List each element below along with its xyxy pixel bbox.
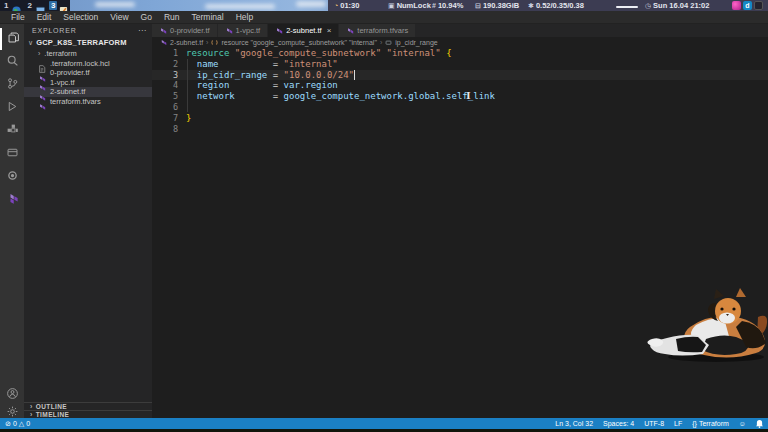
line-number: 5 [152,91,178,102]
code-line-6[interactable]: 6 [152,102,768,113]
code-line-text: network = google_compute_network.global.… [178,91,495,102]
system-tray: d [732,1,763,10]
code-line-8[interactable]: 8 [152,124,768,135]
disk-icon: ⊟ [475,2,481,9]
panel-numlock-value: NumLock [397,1,431,10]
error-count: 0 [13,420,17,427]
feedback-icon[interactable]: ☺ [739,420,746,427]
tab-1-vpc.tf[interactable]: 1-vpc.tf [218,24,269,37]
indent-guide [187,59,188,112]
code-line-7[interactable]: 7} [152,113,768,124]
explorer-item-1-vpc.tf[interactable]: 1-vpc.tf [24,78,152,88]
source-control-icon[interactable] [0,74,24,96]
docker-icon[interactable]: d [743,1,752,10]
code-editor[interactable]: 1resource "google_compute_subnetwork" "i… [152,46,768,134]
menu-bar: FileEditSelectionViewGoRunTerminalHelp [0,11,768,24]
workspace-button-2[interactable]: 2 [23,0,46,11]
code-line-3[interactable]: 3 ip_cidr_range = "10.0.0.0/24" [152,70,768,81]
warning-icon: △ [19,420,24,428]
tab-0-provider.tf[interactable]: 0-provider.tf [152,24,218,37]
breadcrumb[interactable]: 2-subnet.tf›resource "google_compute_sub… [152,37,768,46]
code-line-2[interactable]: 2 name = "internal" [152,59,768,70]
terminal-icon[interactable] [754,1,763,10]
pink-app-icon[interactable] [732,1,741,10]
line-number: 3 [152,70,178,81]
sidebar-section-label: TIMELINE [36,411,70,418]
terraform-icon[interactable] [0,189,24,211]
panel-separator-line [616,6,638,8]
indentation[interactable]: Spaces: 4 [603,420,634,427]
code-line-text: } [178,113,191,124]
extensions-icon[interactable] [0,120,24,142]
chevron-right-icon: › [30,411,33,418]
circle-icon[interactable] [0,166,24,188]
explorer-item-terraform.tfvars[interactable]: terraform.tfvars [24,97,152,107]
file-doc-icon [38,59,46,67]
panel-cpu: # 10.94% [432,0,463,11]
workspace-button-3[interactable]: 3 [47,0,70,11]
menu-item-run[interactable]: Run [159,12,185,22]
search-icon [6,53,19,71]
panel-load-value: 0.52/0.35/0.38 [536,1,584,10]
explorer-item-2-subnet.tf[interactable]: 2-subnet.tf [24,87,152,97]
menu-item-edit[interactable]: Edit [32,12,57,22]
editor-icon [59,1,68,10]
tf-file-icon [159,27,167,35]
more-actions-icon[interactable]: ⋯ [138,29,146,33]
tab-label: 0-provider.tf [170,26,210,35]
explorer-item-label: .terraform [44,49,77,58]
explorer-item-.terraform.lock.hcl[interactable]: .terraform.lock.hcl [24,59,152,69]
notifications-bell-icon[interactable] [756,420,763,428]
menu-item-view[interactable]: View [105,12,133,22]
desktop-panel: 123 ◔ 01:30 ▣ NumLock # 10.94% ⊟ 190.38G… [0,0,768,11]
code-line-4[interactable]: 4 region = var.region [152,80,768,91]
tab-terraform.tfvars[interactable]: terraform.tfvars [339,24,416,37]
explorer-item-0-provider.tf[interactable]: 0-provider.tf [24,68,152,78]
problems-indicator[interactable]: ⊘ 0 △ 0 [5,420,30,428]
menu-item-selection[interactable]: Selection [58,12,103,22]
encoding[interactable]: UTF-8 [644,420,664,427]
search-icon[interactable] [0,51,24,73]
symbol-block-icon [211,39,218,46]
line-number: 6 [152,102,178,113]
line-number: 8 [152,124,178,135]
tab-2-subnet.tf[interactable]: 2-subnet.tf× [268,24,339,37]
menu-item-help[interactable]: Help [231,12,258,22]
files-icon[interactable] [0,28,24,50]
breadcrumb-item[interactable]: ip_cidr_range [395,39,437,46]
line-number: 1 [152,48,178,59]
breadcrumb-item[interactable]: 2-subnet.tf [170,39,203,46]
run-debug-icon[interactable] [0,97,24,119]
menu-item-go[interactable]: Go [136,12,157,22]
activity-bar [0,24,24,418]
code-line-text [178,102,186,113]
tf-file-icon [160,39,167,46]
keyboard-icon: ▣ [388,2,395,9]
sidebar-section-timeline[interactable]: ›TIMELINE [24,410,152,418]
code-line-1[interactable]: 1resource "google_compute_subnetwork" "i… [152,48,768,59]
workspace-button-1[interactable]: 1 [0,0,23,11]
close-icon[interactable]: × [327,26,332,35]
language-mode[interactable]: {} Terraform [692,420,729,427]
symbol-field-icon [385,39,392,46]
workspace-number: 1 [2,1,10,10]
cat-overlay-image [646,287,768,363]
status-bar: ⊘ 0 △ 0 Ln 3, Col 32 Spaces: 4 UTF-8 LF … [0,418,768,429]
warning-count: 0 [26,420,30,427]
code-line-text: name = "internal" [178,59,338,70]
breadcrumb-separator: › [206,39,208,46]
terraform-icon [6,191,19,209]
tf-file-icon [346,27,354,35]
explorer-item-.terraform[interactable]: ›.terraform [24,49,152,59]
cursor-position[interactable]: Ln 3, Col 32 [555,420,593,427]
wallpaper-cloud [205,4,275,9]
code-line-5[interactable]: 5 network = google_compute_network.globa… [152,91,768,102]
eol-sequence[interactable]: LF [674,420,682,427]
run-debug-icon [6,99,19,117]
remote-icon[interactable] [0,143,24,165]
menu-item-file[interactable]: File [6,12,30,22]
sidebar-section-outline[interactable]: ›OUTLINE [24,402,152,410]
explorer-root-folder[interactable]: ∨ GCP_K8S_TERRAFORM [24,36,152,49]
menu-item-terminal[interactable]: Terminal [187,12,229,22]
breadcrumb-item[interactable]: resource "google_compute_subnetwork" "in… [221,39,376,46]
